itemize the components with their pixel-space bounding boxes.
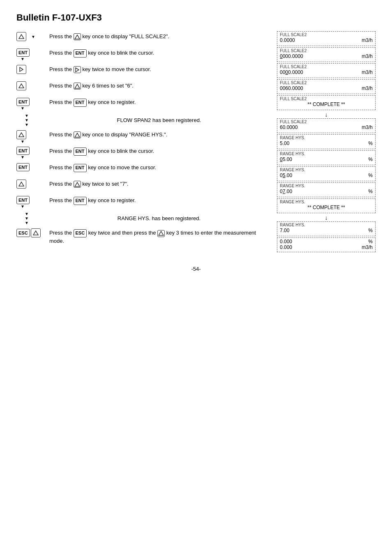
ent-key-10[interactable]: ENT: [16, 196, 30, 204]
key-area-11: ESC: [16, 228, 49, 237]
arrow-down-1: ▼: [31, 35, 35, 39]
display-val-7: 5.00: [280, 140, 289, 146]
svg-marker-3: [76, 68, 79, 72]
svg-marker-11: [159, 231, 164, 235]
ent-key-2[interactable]: ENT: [16, 48, 30, 57]
display-panel-9: RANGE HYS. 05.00 %: [277, 166, 376, 181]
svg-marker-2: [20, 67, 23, 71]
display-panel-10: RANGE HYS. 07.00 %: [277, 182, 376, 197]
reg-arrow-2c: ▼: [25, 221, 49, 225]
key-area-2: ENT ▼: [16, 48, 49, 61]
key-area-3: [16, 64, 49, 74]
display-value-3: 0000.0000 m3/h: [280, 69, 373, 75]
svg-marker-1: [75, 35, 80, 39]
display-label-10: RANGE HYS.: [280, 184, 373, 188]
triangle-key-4[interactable]: [16, 81, 26, 90]
step-row-3: Press the key twice to move the cursor.: [16, 64, 269, 79]
display-value-13a: 0.000 %: [280, 239, 373, 244]
key-area-1: ▼: [16, 31, 49, 41]
arrow-down-6: ▼: [21, 139, 25, 144]
reg-key-area-2: ▼ ▼ ▼: [16, 212, 49, 225]
display-unit-9: %: [368, 173, 373, 178]
display-val-10: 07.00: [280, 189, 292, 194]
display-unit-7: %: [368, 140, 373, 146]
main-content: ▼ Press the key once to display "FULL SC…: [16, 31, 376, 253]
key-area-9: [16, 179, 49, 189]
step-row-8: ENT Press the ENT key once to move the c…: [16, 162, 269, 177]
display-unit-12: %: [368, 228, 373, 233]
esc-key-11[interactable]: ESC: [16, 229, 30, 237]
triangle-key-11[interactable]: [31, 228, 41, 237]
step-text-9: Press the key twice to set "7".: [49, 179, 269, 188]
step-text-10: Press the ENT key once to register.: [49, 195, 269, 205]
step-row-1: ▼ Press the key once to display "FULL SC…: [16, 31, 269, 46]
display-value-5: ** COMPLETE **: [280, 101, 373, 107]
display-unit-10: %: [368, 189, 373, 194]
display-value-1: 0.0000 m3/h: [280, 37, 373, 43]
key-area-7: ENT ▼: [16, 146, 49, 159]
display-label-12: RANGE HYS.: [280, 223, 373, 227]
display-val-1: 0.0000: [280, 37, 295, 43]
registered-text-2: RANGE HYS. has been registered.: [49, 215, 269, 221]
registered-row-2: ▼ ▼ ▼ RANGE HYS. has been registered.: [16, 212, 269, 225]
display-label-5: FULL SCALE2: [280, 97, 373, 101]
display-value-4: 0060.0000 m3/h: [280, 85, 373, 91]
inline-ent-7: ENT: [74, 147, 87, 156]
display-val-9: 05.00: [280, 173, 292, 178]
display-unit-1: m3/h: [362, 37, 373, 43]
step-row-11: ESC Press the ESC key twice and then pre…: [16, 228, 269, 245]
display-arrow-56: ↓: [277, 111, 376, 118]
display-unit-8: %: [368, 157, 373, 162]
step-text-7: Press the ENT key once to blink the curs…: [49, 146, 269, 156]
display-panel-3: FULL SCALE2 0000.0000 m3/h: [277, 63, 376, 78]
ent-key-7[interactable]: ENT: [16, 147, 30, 155]
triangle-key-9[interactable]: [16, 180, 26, 189]
key-area-6: ▼: [16, 129, 49, 144]
svg-marker-6: [19, 133, 24, 137]
display-val-4: 0060.0000: [280, 85, 303, 91]
inline-triangle-6: [74, 131, 81, 138]
reg-arrow-2a: ▼: [25, 212, 49, 216]
ent-key-8[interactable]: ENT: [16, 163, 30, 171]
page-number: -54-: [16, 266, 376, 272]
display-val-13b: 0.000: [280, 244, 292, 250]
svg-marker-9: [75, 182, 80, 187]
display-value-10: 07.00 %: [280, 189, 373, 194]
display-val-2: 0000.0000: [280, 53, 303, 59]
display-panel-12: RANGE HYS. 7.00 %: [277, 221, 376, 236]
display-value-2: 0000.0000 m3/h: [280, 53, 373, 59]
display-label-1: FULL SCALE2: [280, 32, 373, 37]
display-arrow-1112: ↓: [277, 214, 376, 221]
display-unit-13b: m3/h: [362, 244, 373, 250]
triangle-key-1[interactable]: [16, 32, 26, 41]
step-text-8: Press the ENT key once to move the curso…: [49, 162, 269, 172]
display-label-8: RANGE HYS.: [280, 152, 373, 156]
page-title: Bulletin F-107-UXF3: [16, 12, 376, 23]
step-text-6: Press the key once to display "RANGE HYS…: [49, 129, 269, 138]
inline-esc-11: ESC: [74, 229, 87, 237]
triangle-key-6[interactable]: [16, 130, 26, 139]
key-area-5: ENT ▼: [16, 97, 49, 111]
display-unit-3: m3/h: [362, 69, 373, 75]
display-unit-2: m3/h: [362, 53, 373, 59]
display-value-8: 05.00 %: [280, 157, 373, 162]
step-row-4: Press the key 6 times to set "6".: [16, 81, 269, 95]
step-text-1: Press the key once to display "FULL SCAL…: [49, 31, 269, 40]
reg-arrow-1a: ▼: [25, 113, 49, 118]
step-text-3: Press the key twice to move the cursor.: [49, 64, 269, 73]
registered-text-1: FLOW SPAN2 has been registered.: [49, 117, 269, 123]
ent-key-5[interactable]: ENT: [16, 98, 30, 106]
inline-ent-8: ENT: [74, 164, 87, 172]
reg-arrow-1c: ▼: [25, 122, 49, 127]
inline-ent-2: ENT: [74, 49, 87, 58]
display-val-6: 60.0000: [280, 124, 297, 130]
left-column: ▼ Press the key once to display "FULL SC…: [16, 31, 269, 253]
arrow-down-10: ▼: [21, 204, 25, 209]
display-label-4: FULL SCALE2: [280, 81, 373, 85]
display-val-12: 7.00: [280, 228, 289, 233]
svg-marker-4: [19, 84, 24, 88]
step-row-2: ENT ▼ Press the ENT key once to blink th…: [16, 48, 269, 62]
right-key-3[interactable]: [16, 65, 26, 74]
display-unit-4: m3/h: [362, 85, 373, 91]
inline-triangle-4: [74, 83, 81, 90]
